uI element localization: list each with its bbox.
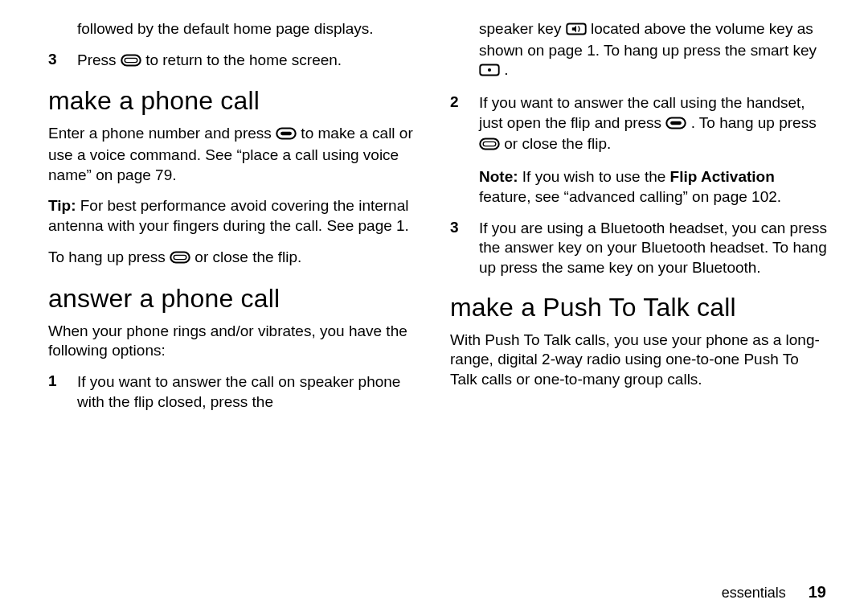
text-segment: or close the flip. [504,135,611,152]
text-segment: Press [77,51,121,68]
list-body: Press to return to the home screen. [77,51,428,72]
list-item-3-home: 3 Press to return to the home screen. [48,51,428,72]
dot-key-icon [479,62,500,82]
two-column-layout: followed by the default home page displa… [48,19,829,423]
manual-page: followed by the default home page displa… [0,0,868,616]
footer-page-number: 19 [809,583,826,602]
page-footer: essentials 19 [48,583,829,602]
answer-intro: When your phone rings and/or vibrates, y… [48,322,428,361]
list-number: 2 [450,93,479,111]
text-segment: or close the flip. [194,248,301,265]
flip-activation-label: Flip Activation [670,168,775,185]
list-item-1-speaker: 1 If you want to answer the call on spea… [48,372,428,412]
pill-key-icon [121,52,141,72]
make-call-paragraph: Enter a phone number and press to make a… [48,124,428,185]
pill-key-icon [479,136,500,156]
list-number: 3 [450,219,479,236]
note-label: Note: [479,168,518,185]
hang-up-paragraph: To hang up press or close the flip. [48,248,428,269]
list-body: If you are using a Bluetooth headset, yo… [479,219,829,278]
pill-key-icon [170,249,190,269]
right-column: speaker key located above the volume key… [450,19,829,423]
pill-dash-key-icon [276,125,297,146]
list-item-2-handset: 2 If you want to answer the call using t… [450,93,829,156]
heading-answer-call: answer a phone call [48,284,428,314]
list-number: 3 [48,51,77,68]
list-body: If you want to answer the call on speake… [77,372,428,412]
text-segment: To hang up press [48,248,170,265]
left-column: followed by the default home page displa… [48,19,428,423]
continuation-paragraph: speaker key located above the volume key… [479,19,829,82]
continuation-paragraph: followed by the default home page displa… [77,19,428,39]
text-segment: speaker key [479,20,566,37]
heading-make-call: make a phone call [48,86,428,116]
tip-paragraph: Tip: For best performance avoid covering… [48,196,428,236]
speaker-key-icon [566,21,587,41]
ptt-intro: With Push To Talk calls, you use your ph… [450,331,829,390]
tip-label: Tip: [48,197,76,214]
text-segment: feature, see “advanced calling” on page … [479,188,781,205]
list-number: 1 [48,372,77,390]
heading-push-to-talk: make a Push To Talk call [450,293,829,322]
list-item-3-bluetooth: 3 If you are using a Bluetooth headset, … [450,219,829,278]
text-segment: . [504,61,508,78]
list-body: If you want to answer the call using the… [479,93,829,156]
text-segment: If you wish to use the [522,168,670,185]
text-segment: . To hang up press [691,114,817,131]
pill-dash-key-icon [665,115,686,135]
text-segment: For best performance avoid covering the … [48,197,409,234]
note-paragraph: Note: If you wish to use the Flip Activa… [479,167,829,207]
footer-section-label: essentials [722,585,786,602]
text-segment: Enter a phone number and press [48,125,276,142]
text-segment: to return to the home screen. [145,51,342,68]
